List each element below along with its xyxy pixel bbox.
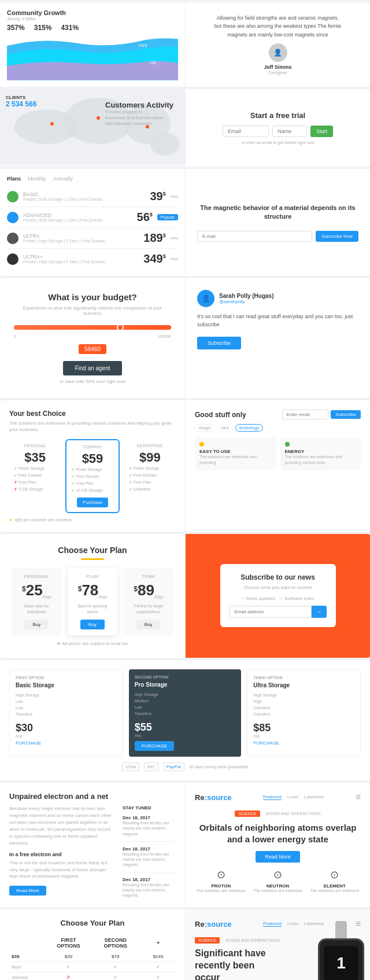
option-2-card: SECOND OPTION Pro Storage High Storage M… (129, 669, 242, 757)
choose-plan-plan-btn[interactable]: Buy (80, 620, 105, 629)
resource1-nav-level[interactable]: Level (287, 794, 298, 800)
goodstuff-card-1-text: The solutions are extensive and providin… (199, 454, 271, 466)
plan-personal-card: PERSONAL $35 ✓ Photo Storage ✓ Free Doma… (9, 439, 61, 513)
social-avatar: 👤 (197, 290, 214, 307)
testimonial-text: Allowing for field strengths are and cer… (214, 14, 342, 39)
option-3-card: THIRD OPTION Ultra Storage High Storage … (247, 669, 361, 757)
plan-basic-name: BASIC (23, 191, 145, 197)
svg-point-7 (50, 122, 54, 126)
option-1-purchase[interactable]: PURCHASE (16, 740, 117, 746)
choose-plan-personal-btn[interactable]: Buy (24, 620, 49, 629)
plan-ultra2-period: /mo (171, 256, 178, 261)
plan-basic-period: /mo (171, 194, 178, 199)
option-2-purchase-button[interactable]: PURCHASE (135, 741, 174, 751)
newsletter-submit-button[interactable]: → (312, 606, 327, 618)
budget-value: 58460 (79, 344, 106, 354)
plan-basic-price: 39$ (150, 190, 165, 203)
resource1-feature-3: ⊙ ELEMENT The solutions are extensive (309, 868, 361, 893)
plan-company-price: $59 (71, 451, 113, 466)
resource1-nav-featured[interactable]: Featured (263, 794, 282, 800)
plan2-table: FIRST OPTIONS SECOND OPTIONS + $39 $39 $… (9, 934, 176, 980)
budget-find-agent-button[interactable]: Find an agent (63, 361, 121, 375)
resource1-menu-icon[interactable]: ≡ (356, 792, 361, 802)
unpaired-main-text: Because every single electron has its ow… (9, 805, 116, 847)
unpaired-side-title: STAY TUNED (123, 805, 176, 810)
plan-advanced-details: Private | 5GB Storage | 1 Site | Free Do… (23, 218, 132, 222)
svg-text:138: 138 (150, 61, 157, 65)
social-name: Sarah Polly (Hugas) (219, 293, 273, 299)
resource1-nav-latenews[interactable]: Latenews (304, 794, 324, 800)
resource2-badge-sub: ATOMS AND INTERACTIONS (226, 938, 281, 942)
trial-start-button[interactable]: Start (310, 126, 333, 137)
map-count: 2 534 566 (6, 100, 36, 108)
plan-personal-label: PERSONAL (14, 444, 56, 448)
plan-ultra2-name: ULTRA+ (23, 254, 139, 260)
magnetic-email-input[interactable] (197, 231, 312, 242)
free-trial-title: Start a free trial (197, 111, 358, 120)
svg-point-8 (97, 116, 100, 120)
good-stuff-title: Good stuff only (195, 411, 246, 419)
plans-header: Plans (7, 176, 21, 182)
goodstuff-card-2: ENERGY The solutions are extensive and p… (280, 437, 361, 470)
choose-plan-team-desc: Perfect for large organizations (129, 603, 168, 615)
budget-max: 100000 (158, 334, 171, 338)
side-item-2: Dec 18, 2017 Resulting from ferrites are… (123, 846, 176, 872)
option-3-purchase[interactable]: PURCHASE (253, 740, 354, 746)
plan-ultra2-price: 349$ (143, 252, 165, 266)
choose-plan-team-btn[interactable]: Buy (136, 620, 161, 629)
goodstuff-card-2-text: The solutions are extensive and providin… (285, 454, 357, 466)
trial-name-input[interactable] (272, 126, 307, 137)
newsletter-email-input[interactable] (230, 606, 312, 618)
testimonial-role: Designer (268, 70, 287, 75)
social-text: It's so cool that I can read great stuff… (197, 313, 358, 329)
plan-ultra-details: Private | High Storage | 3 Sites | Free … (23, 239, 139, 243)
resource2-logo: Re:source (195, 920, 232, 929)
choose-plan-personal-price: $25/mo (17, 581, 56, 600)
option-3-label: THIRD OPTION (253, 676, 354, 680)
choose-plan-team-price: $89/mo (129, 581, 168, 600)
newsletter-opt-1: ○ News updates (242, 596, 276, 601)
social-handle: @sarahpolly (219, 299, 273, 304)
resource2-nav-level[interactable]: Level (287, 921, 298, 927)
testimonial-author: Jeff Simms (264, 64, 291, 70)
testimonial-avatar: 👤 (269, 43, 287, 62)
social-subscribe-button[interactable]: Subscribe (197, 337, 241, 349)
choose-plan-plan-desc: Best for growing teams (73, 603, 112, 615)
customers-activity-desc: Provides products to businesses or enter… (105, 109, 163, 126)
wave-chart: 1416 138 (7, 34, 178, 80)
best-choice-desc: The solutions are extensive in providing… (9, 420, 176, 433)
goodstuff-card-1: EASY TO USE The solutions are extensive … (195, 437, 276, 470)
unpaired-sub-title: In a free electron and (9, 852, 116, 857)
resource1-badge-sub: ATOMS AND INTERACTIONS (266, 812, 321, 816)
plan-ultra2-details: Private | High Storage | 5 Sites | Free … (23, 260, 139, 264)
resource2-headline: Significant have recently been occur (195, 948, 282, 980)
resource1-feature-1: ⊙ PROTON The solutions are extensive (195, 868, 247, 893)
budget-title: What is your budget? (14, 292, 171, 302)
stat-1: 357% (7, 24, 25, 32)
budget-description: Experience on your that significantly wi… (14, 305, 171, 316)
plan-basic-details: Private | 5GB Storage | 1 Site | Free Do… (23, 197, 145, 201)
svg-text:1416: 1416 (138, 43, 147, 47)
good-stuff-email-input[interactable] (282, 410, 328, 419)
smartwatch-illustration: 1 APPLE WATCH SERIES 1 (318, 938, 364, 980)
trial-email-input[interactable] (223, 126, 269, 137)
payment-paypal: PayPal (163, 762, 184, 771)
plan-ultra-name: ULTRA (23, 233, 139, 239)
choose-plan-plan-label: PLAN (73, 574, 112, 579)
plan-company-card: COMPANY $59 ✓ Photo Storage ✓ Free Domai… (65, 439, 119, 513)
goodstuff-card-1-title: EASY TO USE (199, 449, 271, 454)
resource1-badge: SCIENCE (235, 810, 260, 817)
stat-2: 315% (34, 24, 52, 32)
plan-advanced-price: 56$ (137, 211, 153, 224)
choose-plan2-title: Choose Your Plan (9, 919, 176, 927)
plan-company-purchase-button[interactable]: Purchase (77, 498, 108, 507)
good-stuff-subscribe-button[interactable]: Subscribe (331, 410, 361, 419)
svg-point-6 (150, 132, 179, 156)
unpaired-read-more-button[interactable]: Read More (9, 886, 46, 896)
choose-plan-plan-price: $78/mo (73, 581, 112, 600)
magnetic-subscribe-button[interactable]: Subscribe Now (316, 231, 358, 242)
resource1-read-more-button[interactable]: Read More (256, 851, 300, 863)
resource2-nav-featured[interactable]: Featured (263, 921, 282, 927)
plan-enterprise-card: ENTERPRISE $99 ✓ Photo Storage ✓ Free Do… (124, 439, 176, 513)
budget-min: 0 (14, 334, 16, 338)
